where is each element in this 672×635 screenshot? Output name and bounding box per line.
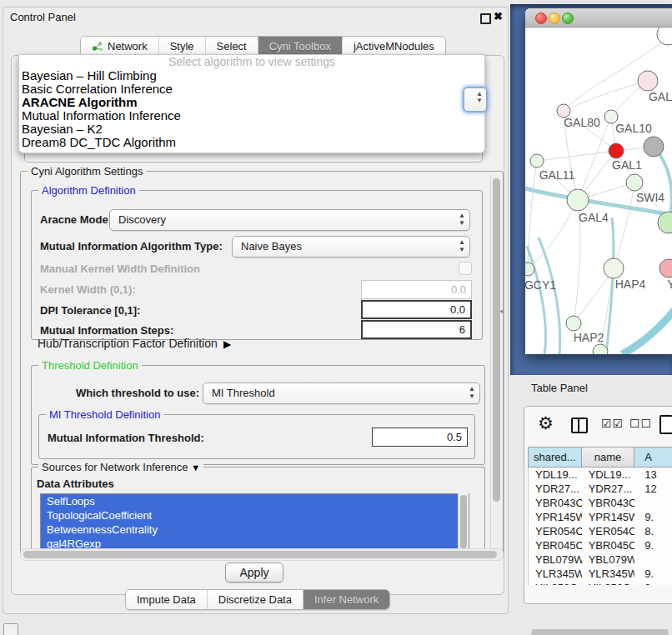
network-node[interactable] xyxy=(593,344,608,354)
table-header: shared... name A xyxy=(528,447,672,468)
algorithm-option[interactable]: Bayesian – Hill Climbing xyxy=(19,69,484,82)
threshold-definition-group: Threshold Definition Which threshold to … xyxy=(31,365,485,465)
table-cell: YIL052C xyxy=(582,581,635,585)
table-cell: 13 xyxy=(634,468,672,482)
table-cell: 9. xyxy=(634,538,672,552)
table-row[interactable]: YBR043CYBR043C xyxy=(529,496,672,510)
network-node[interactable] xyxy=(604,258,624,278)
close-panel-icon[interactable]: ✖ xyxy=(494,10,503,22)
column-header-name[interactable]: name xyxy=(581,447,634,468)
table-cell: YBR045C xyxy=(529,538,582,552)
table-row[interactable]: YBR045CYBR045C9. xyxy=(529,538,672,552)
table-panel-card: ⚙ ☑☑ ☐☐ shared... name A YDL19...YDL19..… xyxy=(524,406,672,604)
aracne-mode-label: Aracne Mode: xyxy=(40,213,112,226)
apply-button[interactable]: Apply xyxy=(225,562,283,582)
network-node[interactable] xyxy=(626,174,643,191)
group-title: Cyni Algorithm Settings xyxy=(28,165,146,178)
right-region: GALGAL80GAL10GAL1GAL11SWI4GAL4GCY1HAP4YH… xyxy=(510,0,672,635)
tab-impute-data[interactable]: Impute Data xyxy=(126,590,208,609)
node-label: SWI4 xyxy=(636,191,664,204)
tab-jactivemnodules[interactable]: jActiveMNodules xyxy=(343,37,445,56)
mi-threshold-field[interactable]: 0.5 xyxy=(372,428,468,447)
column-header-shared-name[interactable]: shared... xyxy=(528,447,581,468)
network-canvas[interactable]: GALGAL80GAL10GAL1GAL11SWI4GAL4GCY1HAP4YH… xyxy=(525,28,672,354)
aracne-mode-select[interactable]: Discovery ▲▼ xyxy=(109,209,470,231)
float-panel-icon[interactable] xyxy=(480,13,491,24)
node-label: GAL xyxy=(649,90,672,103)
network-node[interactable] xyxy=(638,71,658,91)
document-icon[interactable] xyxy=(659,415,672,434)
table-hscrollbar-thumb[interactable] xyxy=(531,629,669,635)
list-vscrollbar[interactable] xyxy=(458,493,469,552)
control-panel: Control Panel ✖ Network Style Select Cyn… xyxy=(3,7,509,614)
table-row[interactable]: YDL19...YDL19...13 xyxy=(529,468,672,482)
table-hscrollbar[interactable] xyxy=(529,628,672,635)
manual-kernel-checkbox[interactable] xyxy=(459,262,472,275)
settings-hscrollbar[interactable] xyxy=(20,548,504,561)
minimize-window-icon[interactable] xyxy=(549,12,560,24)
hub-definition-toggle[interactable]: Hub/Transcription Factor Definition ▶ xyxy=(38,337,231,350)
table-row[interactable]: YBL079WYBL079W xyxy=(529,552,672,567)
settings-vscrollbar[interactable] xyxy=(490,175,502,552)
tab-discretize-data[interactable]: Discretize Data xyxy=(208,590,303,609)
splitter-collapse-icon[interactable]: ◂ xyxy=(499,307,504,315)
table-cell: YDL19... xyxy=(582,468,635,482)
algorithm-option[interactable]: Basic Correlation Inference xyxy=(19,82,484,96)
network-node[interactable] xyxy=(525,262,534,276)
table-cell xyxy=(634,552,672,567)
column-header-third[interactable]: A xyxy=(634,447,672,468)
network-icon xyxy=(92,41,103,52)
algorithm-option[interactable]: ARACNE Algorithm xyxy=(19,96,484,109)
algorithm-option[interactable]: Bayesian – K2 xyxy=(19,122,484,136)
tab-network[interactable]: Network xyxy=(81,37,159,56)
table-row[interactable]: YDR27...YDR27...12 xyxy=(529,482,672,496)
focused-combobox-end[interactable]: ▲▼ xyxy=(463,87,488,112)
table-row[interactable]: YPR145WYPR145W9. xyxy=(529,510,672,524)
table-cell: YBL079W xyxy=(582,552,635,567)
data-attributes-label: Data Attributes xyxy=(37,478,114,490)
mi-steps-field[interactable]: 6 xyxy=(361,320,472,339)
network-window-titlebar[interactable] xyxy=(525,8,672,28)
settings-hscrollbar-thumb[interactable] xyxy=(23,551,497,558)
data-attribute-item[interactable]: TopologicalCoefficient xyxy=(41,508,469,522)
table-cell: YDR27... xyxy=(529,482,582,496)
mi-algorithm-type-select[interactable]: Naive Bayes ▲▼ xyxy=(232,236,470,258)
table-cell: 9. xyxy=(634,567,672,581)
select-all-columns-icon[interactable]: ☑☑ xyxy=(601,417,624,430)
algorithm-option[interactable]: Dream8 DC_TDC Algorithm xyxy=(19,136,484,149)
network-node[interactable] xyxy=(567,189,589,211)
table-cell: YLR345W xyxy=(529,567,582,581)
network-node[interactable] xyxy=(659,259,672,278)
algorithm-option[interactable]: Mutual Information Inference xyxy=(19,109,484,122)
tab-infer-network[interactable]: Infer Network xyxy=(303,590,389,609)
network-node[interactable] xyxy=(657,28,672,45)
table-row[interactable]: YLR345WYLR345W9. xyxy=(529,567,672,581)
kernel-width-field[interactable]: 0.0 xyxy=(361,280,472,299)
columns-icon[interactable] xyxy=(571,418,588,433)
which-threshold-select[interactable]: MI Threshold ▲▼ xyxy=(203,382,480,404)
table-cell: YLR345W xyxy=(582,567,635,581)
tab-label: Discretize Data xyxy=(218,593,292,606)
collapse-arrow-icon[interactable]: ▼ xyxy=(191,462,200,474)
node-label: GAL11 xyxy=(539,168,575,182)
zoom-window-icon[interactable] xyxy=(562,12,574,24)
settings-vscrollbar-thumb[interactable] xyxy=(493,178,500,502)
network-node[interactable] xyxy=(566,316,581,331)
close-window-icon[interactable] xyxy=(535,12,547,24)
tab-cyni-toolbox[interactable]: Cyni Toolbox xyxy=(258,37,343,56)
network-node[interactable] xyxy=(530,154,544,168)
gear-icon[interactable]: ⚙ xyxy=(538,413,554,433)
deselect-all-columns-icon[interactable]: ☐☐ xyxy=(629,417,652,430)
dpi-tolerance-field[interactable]: 0.0 xyxy=(361,300,472,319)
network-node[interactable] xyxy=(609,143,624,158)
data-attribute-item[interactable]: SelfLoops xyxy=(41,494,469,508)
node-label: GAL80 xyxy=(564,116,600,129)
table-row[interactable]: YIL052CYIL052C9. xyxy=(529,581,672,585)
tab-select[interactable]: Select xyxy=(206,37,258,56)
network-node[interactable] xyxy=(644,137,664,157)
table-row[interactable]: YER054CYER054C8. xyxy=(529,524,672,538)
minimized-window-icon[interactable] xyxy=(3,623,18,635)
data-attribute-item[interactable]: BetweennessCentrality xyxy=(41,522,469,537)
tab-style[interactable]: Style xyxy=(159,37,206,56)
list-vscrollbar-thumb[interactable] xyxy=(460,495,467,548)
